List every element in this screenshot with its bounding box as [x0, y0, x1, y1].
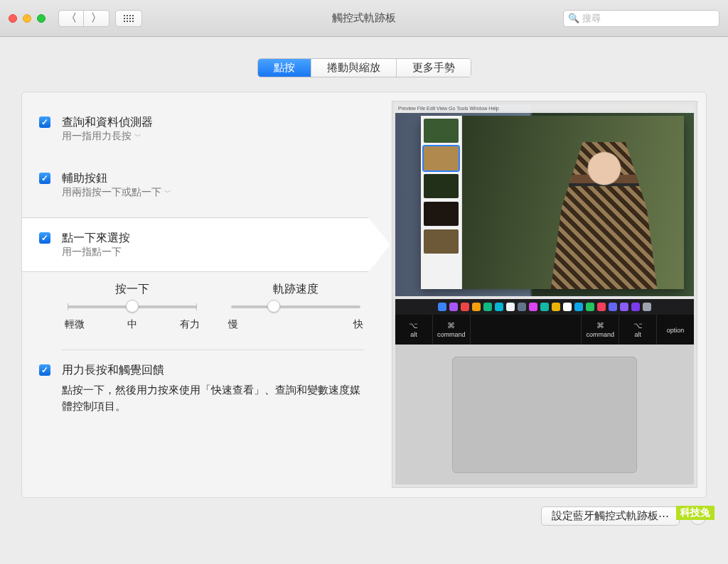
zoom-window[interactable]: [37, 14, 46, 23]
slider-scale: 慢 快: [228, 318, 363, 331]
preview-dock: [395, 299, 694, 315]
window-controls: [9, 14, 46, 23]
dock-icon: [449, 303, 458, 311]
dock-icon: [483, 303, 492, 311]
search-placeholder: 搜尋: [582, 12, 601, 25]
chevron-right-icon: 〉: [91, 11, 102, 25]
option-sub[interactable]: 用一指用力長按 ﹀: [62, 130, 385, 143]
preview-column: Preview File Edit View Go Tools Window H…: [392, 92, 706, 497]
dock-icon: [597, 303, 606, 311]
prefs-body: 點按 捲動與縮放 更多手勢 ✓ 查詢和資料偵測器 用一指用力長按 ﹀ ✓ 輔助按…: [0, 37, 728, 534]
footer: 設定藍牙觸控式軌跡板⋯ ?: [9, 498, 719, 526]
keyboard-key: ⌥alt: [395, 315, 433, 345]
window-title: 觸控式軌跡板: [332, 11, 396, 25]
chevron-left-icon: 〈: [66, 11, 77, 25]
tab-more-gestures[interactable]: 更多手勢: [397, 59, 471, 77]
preview-menubar: Preview File Edit View Go Tools Window H…: [395, 104, 694, 113]
preview-thumbnail: [424, 202, 459, 226]
slider-knob[interactable]: [267, 300, 280, 313]
minimize-window[interactable]: [23, 14, 31, 23]
tracking-speed-slider[interactable]: [231, 305, 360, 308]
keyboard-key: ⌘command: [582, 315, 619, 345]
checkbox-tap-to-click[interactable]: ✓: [39, 232, 50, 244]
option-lookup[interactable]: ✓ 查詢和資料偵測器 用一指用力長按 ﹀: [22, 109, 385, 148]
preview-thumbnail: [424, 229, 459, 254]
dock-icon: [472, 303, 481, 311]
search-icon: 🔍: [568, 13, 579, 23]
dock-icon: [506, 303, 515, 311]
dock-icon: [563, 303, 572, 311]
dock-icon: [495, 303, 503, 311]
dock-icon: [620, 303, 628, 311]
grid-icon: [124, 15, 134, 22]
dock-icon: [586, 303, 594, 311]
preview-app-window: [421, 116, 684, 289]
option-title: 點一下來選按: [62, 231, 390, 246]
option-title: 用力長按和觸覺回饋: [62, 363, 363, 378]
content-panel: ✓ 查詢和資料偵測器 用一指用力長按 ﹀ ✓ 輔助按鈕 用兩指按一下或點一下 ﹀…: [21, 92, 707, 498]
preview-trackpad-area: [395, 345, 694, 484]
dock-icon: [631, 303, 640, 311]
keyboard-key: [471, 315, 582, 345]
close-window[interactable]: [9, 14, 17, 23]
tracking-speed-slider-block: 軌跡速度 慢 快: [228, 282, 363, 331]
click-pressure-slider[interactable]: [68, 305, 197, 308]
divider: [62, 349, 365, 350]
options-column: ✓ 查詢和資料偵測器 用一指用力長按 ﹀ ✓ 輔助按鈕 用兩指按一下或點一下 ﹀…: [22, 92, 385, 497]
dock-icon: [540, 303, 549, 311]
checkbox-secondary-click[interactable]: ✓: [39, 173, 50, 184]
preview-keyboard: ⌥alt⌘command⌘command⌥altoption: [395, 315, 694, 345]
option-title: 查詢和資料偵測器: [62, 115, 385, 130]
gesture-preview: Preview File Edit View Go Tools Window H…: [392, 101, 697, 488]
back-button[interactable]: 〈: [58, 10, 84, 27]
option-sub[interactable]: 用兩指按一下或點一下 ﹀: [62, 186, 385, 199]
preview-trackpad: [452, 357, 637, 473]
chevron-down-icon: ﹀: [134, 131, 141, 141]
checkbox-force-click[interactable]: ✓: [39, 364, 50, 376]
tab-point-click[interactable]: 點按: [258, 59, 311, 77]
slider-label: 軌跡速度: [228, 282, 363, 297]
option-description: 點按一下，然後用力按來使用「快速查看」、查詢和變數速度媒體控制項目。: [62, 382, 360, 414]
nav-buttons: 〈 〉: [58, 10, 109, 27]
checkbox-lookup[interactable]: ✓: [39, 116, 50, 128]
forward-button[interactable]: 〉: [84, 10, 109, 27]
preview-screen: Preview File Edit View Go Tools Window H…: [395, 104, 694, 296]
slider-knob[interactable]: [126, 300, 139, 313]
setup-bluetooth-trackpad-button[interactable]: 設定藍牙觸控式軌跡板⋯: [541, 506, 680, 526]
keyboard-key: ⌘command: [433, 315, 471, 345]
sliders: 按一下 輕微 中 有力 軌跡速度: [22, 272, 385, 340]
slider-label: 按一下: [65, 282, 200, 297]
chevron-down-icon: ﹀: [164, 188, 171, 197]
slider-scale: 輕微 中 有力: [65, 318, 200, 331]
option-force-click[interactable]: ✓ 用力長按和觸覺回饋 點按一下，然後用力按來使用「快速查看」、查詢和變數速度媒…: [22, 360, 385, 414]
dock-icon: [574, 303, 583, 311]
click-pressure-slider-block: 按一下 輕微 中 有力: [65, 282, 200, 331]
dock-icon: [552, 303, 560, 311]
tab-bar: 點按 捲動與縮放 更多手勢: [9, 58, 719, 77]
keyboard-key: option: [657, 315, 694, 345]
toolbar: 〈 〉 觸控式軌跡板 🔍 搜尋: [0, 0, 728, 37]
preview-thumbnail: [424, 119, 459, 143]
dock-icon: [609, 303, 617, 311]
preview-thumbnail: [424, 146, 459, 170]
preview-main-image: [462, 116, 684, 289]
option-sub: 用一指點一下: [62, 246, 390, 259]
watermark: 科技兔: [676, 506, 714, 520]
option-title: 輔助按鈕: [62, 171, 385, 186]
preview-sidebar: [421, 116, 462, 289]
dock-icon: [518, 303, 526, 311]
show-all-button[interactable]: [115, 10, 142, 27]
search-field[interactable]: 🔍 搜尋: [563, 10, 719, 27]
keyboard-key: ⌥alt: [619, 315, 657, 345]
dock-icon: [643, 303, 651, 311]
option-tap-to-click[interactable]: ✓ 點一下來選按 用一指點一下: [22, 217, 390, 272]
dock-icon: [438, 303, 446, 311]
preview-thumbnail: [424, 174, 459, 198]
preview-person-figure: [551, 142, 658, 289]
dock-icon: [461, 303, 469, 311]
option-secondary-click[interactable]: ✓ 輔助按鈕 用兩指按一下或點一下 ﹀: [22, 166, 385, 205]
tab-scroll-zoom[interactable]: 捲動與縮放: [311, 59, 397, 77]
dock-icon: [529, 303, 537, 311]
